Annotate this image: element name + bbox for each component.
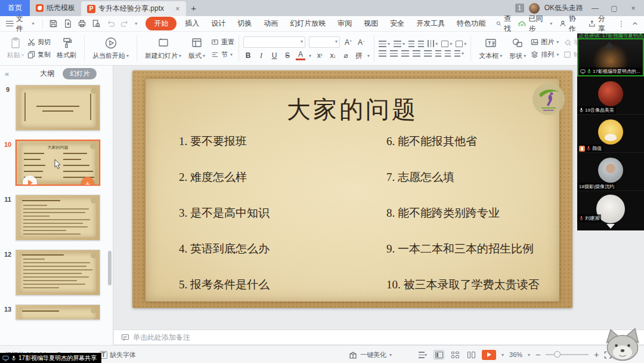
menu-item-insert[interactable]: 插入 — [179, 17, 205, 30]
menu-item-start[interactable]: 开始 — [145, 17, 177, 30]
menu-item-view[interactable]: 视图 — [358, 17, 384, 30]
numbered-list-button[interactable]: ▾ — [394, 41, 405, 47]
increase-indent-button[interactable] — [418, 41, 424, 47]
menu-item-devtools[interactable]: 开发工具 — [410, 17, 451, 30]
slide-canvas[interactable]: 大家的问题 1. 要不要报班 2. 难度怎么样 3. 是不是高中知识 4. 英语… — [132, 70, 572, 308]
slide-thumbnail-10-selected[interactable]: 10 大家的问题 + — [0, 140, 113, 186]
collapse-ribbon-icon[interactable] — [632, 20, 638, 27]
undo-icon[interactable] — [106, 19, 115, 28]
thumbnail-play-button[interactable] — [23, 176, 37, 186]
collaborate-button[interactable]: 协作 — [559, 14, 581, 34]
share-button[interactable]: 分享 — [589, 14, 611, 34]
slide-thumbnail-13[interactable]: 13 — [0, 304, 113, 320]
participant-tile-speaking[interactable]: 17影视编导夏明杰的... — [577, 38, 644, 76]
user-name[interactable]: OK低头走路 — [544, 3, 583, 13]
strikethrough-button[interactable]: S — [283, 51, 292, 60]
minimize-button[interactable]: — — [588, 2, 602, 14]
paste-button[interactable]: 粘贴▾ — [4, 36, 27, 61]
align-text-button[interactable]: ▾ — [441, 41, 452, 47]
copy-button[interactable]: 复制 — [27, 50, 51, 59]
question-item[interactable]: 9. 一本二本和三本的招生比例 — [386, 241, 540, 257]
tab-slides[interactable]: 幻灯片 — [63, 68, 97, 79]
slide-thumbnail-12[interactable]: 12 — [0, 250, 113, 296]
zoom-in-button[interactable]: + — [594, 350, 599, 359]
close-tab-icon[interactable]: × — [175, 4, 180, 13]
play-from-current-button[interactable]: 从当前开始▾ — [89, 35, 132, 61]
underline-button[interactable]: U — [270, 51, 279, 60]
panel-scrollbar[interactable] — [108, 251, 112, 285]
menu-item-design[interactable]: 设计 — [205, 17, 231, 30]
new-slide-button[interactable]: 新建幻灯片▾ — [141, 35, 185, 61]
section-button[interactable]: 节▾ — [211, 50, 234, 59]
textbox-button[interactable]: 文本框▾ — [475, 35, 506, 61]
menu-item-security[interactable]: 安全 — [384, 17, 410, 30]
slide-thumbnail-11[interactable]: 11 — [0, 195, 113, 241]
format-painter-button[interactable]: 格式刷 — [53, 36, 80, 61]
menu-item-animation[interactable]: 动画 — [258, 17, 284, 30]
tab-outline[interactable]: 大纲 — [40, 69, 54, 79]
slide-title[interactable]: 大家的问题 — [145, 93, 559, 126]
notes-bar[interactable]: 单击此处添加备注 — [114, 330, 644, 345]
slide-layout-button[interactable]: 版式▾ — [185, 35, 209, 61]
user-avatar[interactable] — [529, 3, 540, 14]
paragraph-settings-button[interactable]: ▾ — [454, 50, 464, 57]
menu-item-transition[interactable]: 切换 — [231, 17, 258, 30]
distribute-button[interactable] — [424, 50, 432, 57]
slide-thumbnail-9[interactable]: 9 — [0, 85, 113, 131]
thumbnail-add-button[interactable]: + — [81, 177, 94, 186]
paragraph-spacing-button[interactable] — [445, 50, 451, 57]
question-item[interactable]: 1. 要不要报班 — [179, 134, 270, 149]
cut-button[interactable]: 剪切 — [27, 38, 51, 47]
align-right-button[interactable] — [401, 50, 409, 57]
bold-button[interactable]: B — [243, 51, 253, 60]
question-list-left[interactable]: 1. 要不要报班 2. 难度怎么样 3. 是不是高中知识 4. 英语到底怎么办 … — [179, 134, 270, 293]
justify-button[interactable] — [413, 50, 420, 57]
missing-font-warning[interactable]: T 缺失字体 — [100, 350, 136, 359]
close-window-button[interactable]: × — [626, 2, 640, 14]
participant-tile[interactable]: 刘建湘 — [577, 191, 644, 230]
subscript-button[interactable]: x₂ — [328, 51, 338, 60]
print-icon[interactable] — [78, 19, 86, 28]
question-item[interactable]: 4. 英语到底怎么办 — [179, 241, 270, 257]
question-item[interactable]: 2. 难度怎么样 — [179, 170, 270, 185]
play-options-icon[interactable]: ▾ — [501, 352, 504, 358]
find-button[interactable]: 查找 — [491, 14, 518, 34]
question-item[interactable]: 7. 志愿怎么填 — [386, 170, 540, 185]
redo-icon[interactable] — [120, 19, 129, 28]
collapse-panel-icon[interactable]: « — [5, 69, 9, 78]
arrange-button[interactable]: 排列▾ — [531, 50, 559, 59]
reset-button[interactable]: 重置 — [211, 38, 234, 47]
question-list-right[interactable]: 6. 能不能报其他省 7. 志愿怎么填 8. 能不能跨类别跨专业 9. 一本二本… — [386, 134, 540, 293]
notes-toggle-button[interactable]: ▾ — [417, 350, 428, 359]
menu-item-slideshow[interactable]: 幻灯片放映 — [284, 17, 332, 30]
text-direction-button[interactable]: ▾ — [428, 40, 438, 47]
file-menu[interactable]: 文件 ▾ — [0, 14, 39, 34]
zoom-level[interactable]: 36% — [509, 351, 522, 358]
decrease-indent-button[interactable] — [408, 41, 414, 47]
more-menu-icon[interactable]: ⋮ — [618, 20, 625, 28]
align-left-button[interactable] — [379, 50, 386, 57]
export-pdf-icon[interactable] — [63, 19, 72, 28]
question-item[interactable]: 6. 能不能报其他省 — [386, 134, 540, 149]
quick-access-more-icon[interactable]: ▾ — [135, 21, 137, 26]
notification-badge[interactable]: 1 — [515, 4, 524, 13]
columns-button[interactable]: ▾ — [456, 41, 466, 47]
zoom-options-icon[interactable]: ▾ — [528, 352, 530, 358]
beautify-button[interactable]: 一键美化 ▾ — [349, 346, 392, 363]
font-family-select[interactable] — [243, 36, 305, 48]
superscript-button[interactable]: x² — [315, 51, 324, 60]
question-item[interactable]: 5. 报考条件是什么 — [179, 277, 270, 293]
print-preview-icon[interactable] — [92, 19, 101, 28]
slide-sorter-view-button[interactable] — [450, 350, 460, 359]
picture-button[interactable]: 图片▾ — [531, 38, 559, 47]
italic-button[interactable]: I — [256, 51, 266, 60]
participant-tile[interactable]: 颜值 — [577, 115, 644, 153]
align-center-button[interactable] — [390, 50, 398, 57]
participant-tile[interactable]: 18摄影|摄像沈约 — [577, 153, 644, 191]
bullet-list-button[interactable]: ▾ — [379, 41, 390, 47]
sync-status[interactable]: 已同步 ▾ — [518, 14, 552, 34]
text-tools-button[interactable]: 拼 — [354, 51, 364, 60]
line-spacing-button[interactable] — [435, 50, 441, 57]
question-item[interactable]: 10. 被三本录取了学费太贵读否 — [386, 277, 540, 293]
menu-item-review[interactable]: 审阅 — [332, 17, 358, 30]
